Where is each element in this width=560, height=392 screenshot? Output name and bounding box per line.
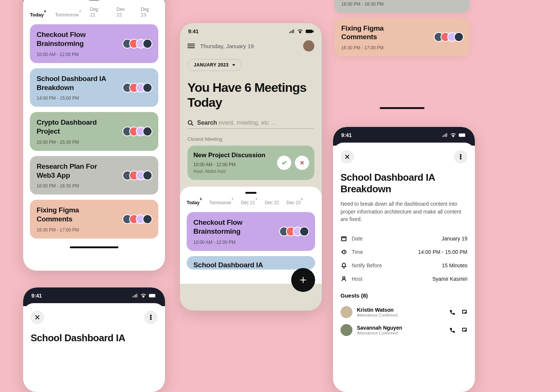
- avatar-stack: [122, 214, 152, 224]
- guests-title: Guests (8): [340, 292, 467, 299]
- phone-detail: 9:41 School Dashboard IA Breakdown Need …: [333, 127, 475, 392]
- phone-detail-peek: 9:41 School Dashboard IA: [23, 287, 165, 392]
- message-icon[interactable]: [461, 327, 467, 333]
- status-time: 9:41: [31, 293, 42, 299]
- month-label: JANUARY 2023: [194, 62, 228, 68]
- battery-icon: [305, 28, 314, 34]
- wifi-icon: [450, 132, 456, 138]
- home-indicator: [380, 107, 424, 109]
- drag-handle[interactable]: [245, 192, 256, 194]
- tab-dec22[interactable]: Dec 22: [116, 6, 132, 18]
- wifi-icon: [297, 28, 303, 34]
- tab-dec23[interactable]: Dec 236: [141, 6, 158, 18]
- tab-tomorrow[interactable]: Tommorow2: [55, 12, 81, 18]
- event-card[interactable]: Research Plan For Web3 App 16:00 PM - 16…: [335, 0, 470, 13]
- battery-icon: [458, 132, 467, 138]
- more-button[interactable]: [454, 150, 467, 164]
- close-button[interactable]: [340, 150, 354, 164]
- svg-point-12: [460, 158, 461, 159]
- status-icons: [132, 293, 157, 299]
- tab-dec22[interactable]: Dec 22: [265, 200, 279, 205]
- signal-icon: [442, 132, 448, 138]
- phone-partial-cards: 15:00 PM - 15:30 PM Research Plan For We…: [335, 0, 470, 108]
- status-time: 9:41: [188, 28, 199, 34]
- event-card[interactable]: Crypto Dashboard Project 15:00 PM - 15:3…: [30, 112, 158, 151]
- detail-title: School Dashboard IA: [31, 332, 158, 344]
- event-time: 16:00 PM - 16:30 PM: [37, 183, 152, 189]
- home-header: Thursday, January 19: [180, 37, 322, 59]
- event-card[interactable]: Research Plan For Web3 App 16:00 PM - 16…: [30, 156, 158, 195]
- avatar[interactable]: [303, 40, 314, 52]
- event-title: School Dashboard IA Breakdown: [37, 74, 111, 92]
- tab-dec21[interactable]: Dec 214: [90, 6, 108, 18]
- phone-icon[interactable]: [449, 327, 455, 333]
- detail-description: Need to break down all the dashboard con…: [340, 200, 467, 223]
- search-icon: [187, 120, 193, 126]
- status-icons: [289, 28, 314, 34]
- svg-rect-13: [342, 237, 346, 241]
- tab-tomorrow[interactable]: Tommorow2: [209, 200, 233, 205]
- closest-label: Closest Meeting: [180, 136, 322, 146]
- guest-status: Attendence Confirmed: [357, 331, 402, 335]
- event-time: 10:00 AM - 12:00 PM: [37, 52, 152, 57]
- event-time: 10:00 AM - 12:00 PM: [193, 240, 308, 245]
- date-tabs: Today6 Tommorow2 Dec 214 Dec 22 Dec 236: [187, 200, 315, 205]
- guest-status: Attendence Confirmed: [357, 313, 398, 317]
- event-card[interactable]: Checkout Flow Brainstorming 10:00 AM - 1…: [30, 24, 158, 63]
- event-title: Checkout Flow Brainstorming: [37, 30, 111, 48]
- bell-icon: [341, 262, 347, 268]
- divider: [187, 128, 314, 129]
- svg-point-7: [188, 121, 192, 124]
- tab-dec23[interactable]: Dec 236: [286, 200, 303, 205]
- menu-button[interactable]: [187, 44, 195, 48]
- svg-rect-5: [306, 29, 312, 33]
- guest-row: Savannah Nguyen Attendence Confirmed: [340, 321, 467, 339]
- close-button[interactable]: [31, 311, 44, 324]
- event-time: 16:30 PM - 17:00 PM: [37, 227, 152, 233]
- event-time: 14:00 PM - 15:00 PM: [37, 96, 152, 101]
- status-bar: 9:41: [180, 23, 322, 37]
- event-card[interactable]: Checkout Flow Brainstorming 10:00 AM - 1…: [187, 212, 315, 251]
- closest-meeting-card[interactable]: New Project Discussion 10:00 AM - 12:00 …: [187, 146, 314, 180]
- guest-actions: [449, 309, 467, 315]
- month-selector[interactable]: JANUARY 2023: [187, 59, 242, 71]
- more-button[interactable]: [144, 311, 158, 324]
- phone-home: 9:41 Thursday, January 19 JANUARY 2023 Y…: [180, 23, 322, 311]
- avatar-stack: [434, 32, 464, 42]
- event-card[interactable]: Fixing Figma Comments 16:30 PM - 17:00 P…: [30, 200, 158, 239]
- message-icon[interactable]: [461, 309, 467, 315]
- home-indicator: [70, 246, 118, 248]
- tab-today[interactable]: Today6: [30, 12, 46, 18]
- close-icon: [344, 154, 350, 160]
- svg-point-2: [150, 315, 152, 316]
- event-time: 16:30 PM - 17:00 PM: [341, 45, 463, 50]
- detail-row-date: Date January 19: [340, 232, 467, 245]
- clock-icon: [341, 249, 347, 255]
- svg-point-11: [460, 156, 461, 158]
- more-vertical-icon: [458, 154, 464, 160]
- phone-icon[interactable]: [449, 309, 455, 315]
- decline-button[interactable]: [295, 156, 309, 170]
- tab-dec21[interactable]: Dec 214: [241, 200, 257, 205]
- close-icon: [34, 314, 40, 320]
- event-card[interactable]: Fixing Figma Comments 16:30 PM - 17:00 P…: [335, 18, 470, 57]
- svg-point-15: [343, 277, 345, 279]
- add-button[interactable]: [291, 268, 315, 292]
- drag-handle[interactable]: [89, 0, 99, 0]
- event-card[interactable]: School Dashboard IA Breakdown 14:00 PM -…: [30, 68, 158, 107]
- accept-button[interactable]: [277, 156, 291, 170]
- more-vertical-icon: [148, 314, 154, 320]
- event-time: 16:00 PM - 16:30 PM: [341, 1, 463, 7]
- svg-point-3: [150, 317, 152, 318]
- event-title: Fixing Figma Comments: [37, 206, 111, 224]
- tab-today[interactable]: Today6: [187, 200, 202, 205]
- guest-name: Kristin Watson: [357, 307, 398, 313]
- search-input[interactable]: Search event, meeting, etc ...: [187, 119, 314, 126]
- headline: You Have 6 Meetings Today: [180, 80, 322, 119]
- event-card[interactable]: School Dashboard IA: [187, 256, 315, 270]
- event-title: Fixing Figma Comments: [341, 24, 420, 42]
- avatar-stack: [122, 39, 152, 49]
- guest-actions: [449, 327, 467, 333]
- detail-row-time: Time 14:00 PM - 15:00 PM: [340, 245, 467, 259]
- battery-icon: [149, 293, 157, 299]
